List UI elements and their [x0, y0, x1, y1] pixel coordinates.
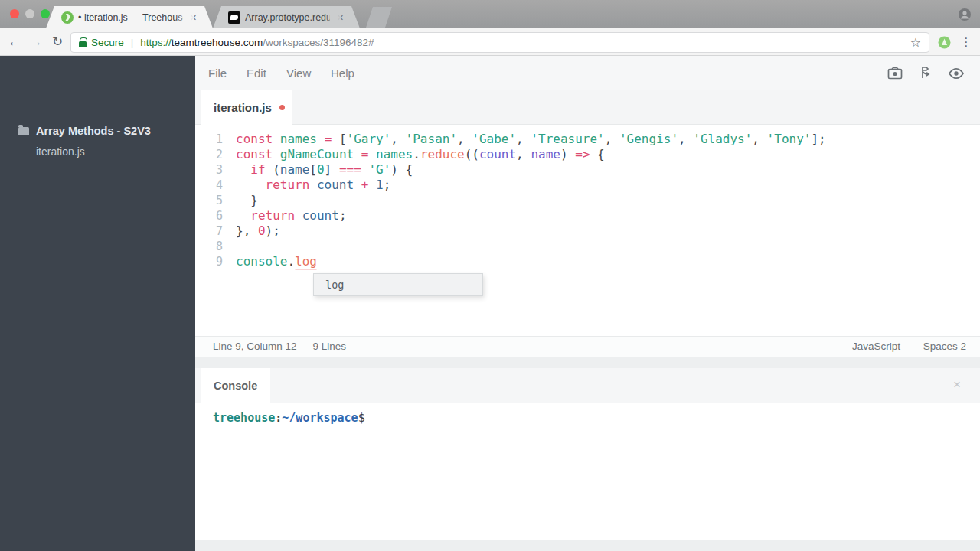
line-number: 3	[195, 162, 223, 178]
close-window-button[interactable]	[10, 9, 19, 18]
code-text: return count;	[236, 208, 347, 223]
code-line[interactable]: 3 if (name[0] === 'G') {	[195, 162, 980, 178]
autocomplete-item-log[interactable]: log	[325, 279, 344, 291]
terminal-prompt: treehouse:~/workspace$	[213, 411, 365, 425]
url-path: /workspaces/31196482#	[263, 37, 374, 48]
tab-title-fade	[322, 6, 341, 28]
code-text: const gNameCount = names.reduce((count, …	[236, 147, 605, 162]
code-text: if (name[0] === 'G') {	[236, 162, 413, 178]
minimize-window-button[interactable]	[25, 9, 34, 18]
line-number: 8	[195, 239, 223, 254]
browser-menu-icon[interactable]: ⋮	[959, 34, 974, 51]
mdn-favicon-icon	[228, 11, 240, 24]
code-line[interactable]: 4 return count + 1;	[195, 178, 980, 193]
code-line[interactable]: 9console.log	[195, 254, 980, 269]
console-tab[interactable]: Console	[201, 368, 270, 403]
prompt-separator: :	[275, 411, 282, 425]
url-omnibox[interactable]: Secure | https://teamtreehouse.com/works…	[70, 32, 929, 53]
browser-tab-strip: • iteration.js — Treehouse Wor × Array.p…	[0, 0, 980, 28]
secure-lock-icon	[79, 37, 87, 47]
browser-address-bar: ← → ↻ Secure | https://teamtreehouse.com…	[0, 28, 980, 56]
tab-title-fade	[175, 6, 194, 28]
maximize-window-button[interactable]	[41, 9, 50, 18]
snapshot-camera-icon[interactable]	[887, 65, 903, 82]
back-button[interactable]: ←	[5, 33, 24, 51]
secure-label: Secure	[91, 37, 124, 48]
code-text: }	[236, 193, 258, 208]
url-domain: teamtreehouse.com	[172, 37, 263, 48]
menu-view[interactable]: View	[286, 56, 311, 90]
treehouse-favicon-icon	[61, 11, 74, 24]
reload-button[interactable]: ↻	[48, 33, 67, 51]
code-line[interactable]: 5 }	[195, 193, 980, 208]
autocomplete-popup: log	[313, 273, 483, 296]
unsaved-changes-dot	[279, 105, 285, 110]
bottom-band	[195, 540, 980, 551]
line-number: 7	[195, 223, 223, 239]
forward-button[interactable]: →	[27, 33, 45, 51]
editor-tab-iteration-js[interactable]: iteration.js	[201, 90, 292, 125]
panel-divider[interactable]	[195, 357, 980, 368]
prompt-path: ~/workspace	[282, 411, 358, 425]
code-line[interactable]: 7}, 0);	[195, 223, 980, 239]
line-number: 4	[195, 178, 223, 193]
browser-tab-workspace[interactable]: • iteration.js — Treehouse Wor ×	[46, 6, 213, 28]
prompt-user: treehouse	[213, 411, 275, 425]
indent-setting[interactable]: Spaces 2	[923, 337, 966, 357]
line-number: 2	[195, 147, 223, 162]
editor-menubar: File Edit View Help	[195, 56, 980, 90]
close-console-icon[interactable]: ×	[951, 377, 963, 393]
url-scheme: https://	[140, 37, 172, 48]
console-output[interactable]: treehouse:~/workspace$	[195, 403, 980, 540]
code-line[interactable]: 2const gNameCount = names.reduce((count,…	[195, 147, 980, 162]
project-name: Array Methods - S2V3	[36, 125, 151, 137]
menu-help[interactable]: Help	[331, 56, 354, 90]
code-text: console.log	[236, 254, 317, 269]
code-line[interactable]: 8	[195, 239, 980, 254]
line-number: 5	[195, 193, 223, 208]
editor-tab-label: iteration.js	[214, 101, 272, 114]
window-controls	[10, 9, 50, 18]
code-line[interactable]: 6 return count;	[195, 208, 980, 223]
code-editor[interactable]: 1const names = ['Gary', 'Pasan', 'Gabe',…	[195, 125, 980, 336]
code-text: }, 0);	[236, 223, 280, 239]
new-tab-button[interactable]	[366, 7, 392, 28]
browser-tab-mdn[interactable]: Array.prototype.reduce() - Jav ×	[213, 6, 360, 28]
line-number: 6	[195, 208, 223, 223]
workspace-sidebar: Array Methods - S2V3 iteration.js	[0, 56, 195, 551]
url-separator: |	[131, 37, 134, 48]
treehouse-extension-icon[interactable]	[938, 36, 951, 49]
tab-title: Array.prototype.reduce() - Jav	[245, 12, 330, 23]
language-mode[interactable]: JavaScript	[852, 337, 900, 357]
line-number: 9	[195, 254, 223, 269]
editor-panel: File Edit View Help iteration.js 1const …	[195, 56, 980, 551]
code-line[interactable]: 1const names = ['Gary', 'Pasan', 'Gabe',…	[195, 132, 980, 147]
fork-icon[interactable]	[917, 65, 934, 82]
tab-title: • iteration.js — Treehouse Wor	[78, 12, 183, 23]
sidebar-file-iteration-js[interactable]: iteration.js	[36, 145, 85, 158]
profile-icon[interactable]	[959, 8, 971, 21]
menu-file[interactable]: File	[208, 56, 227, 90]
editor-tab-strip: iteration.js	[195, 90, 980, 125]
editor-status-bar: Line 9, Column 12 — 9 Lines JavaScript S…	[195, 336, 980, 357]
project-row[interactable]: Array Methods - S2V3	[18, 125, 151, 137]
cursor-position-status: Line 9, Column 12 — 9 Lines	[213, 337, 346, 357]
folder-icon	[18, 127, 29, 135]
line-number: 1	[195, 132, 223, 147]
console-header: Console ×	[195, 368, 980, 403]
code-text: return count + 1;	[236, 178, 390, 193]
menu-edit[interactable]: Edit	[247, 56, 266, 90]
browser-window: • iteration.js — Treehouse Wor × Array.p…	[0, 0, 980, 551]
prompt-symbol: $	[358, 411, 365, 425]
preview-eye-icon[interactable]	[948, 65, 965, 82]
bookmark-star-icon[interactable]: ☆	[910, 35, 921, 50]
code-text: const names = ['Gary', 'Pasan', 'Gabe', …	[236, 132, 826, 147]
